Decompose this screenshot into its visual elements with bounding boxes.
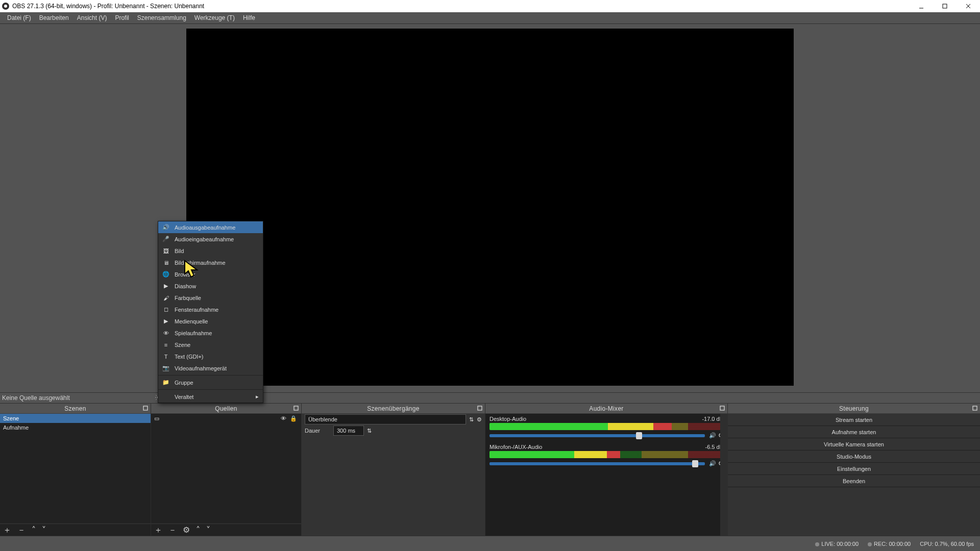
- menu-profil[interactable]: Profil: [111, 12, 133, 23]
- record-status: REC: 00:00:00: [868, 541, 911, 547]
- visibility-icon[interactable]: 👁: [280, 415, 287, 422]
- source-toolbar: Keine Quelle ausgewählt Eigenschaften: [0, 392, 980, 403]
- window-title: OBS 27.1.3 (64-bit, windows) - Profil: U…: [12, 3, 204, 10]
- preview-canvas[interactable]: [186, 29, 794, 386]
- source-remove-button[interactable]: －: [168, 526, 177, 534]
- cpu-fps-status: CPU: 0.7%, 60.00 fps: [920, 541, 974, 547]
- scrollbar[interactable]: [720, 414, 727, 536]
- menu-bar: Datei (F) Bearbeiten Ansicht (V) Profil …: [0, 12, 980, 24]
- channel-name: Mikrofon-/AUX-Audio: [489, 444, 542, 450]
- start-record-button[interactable]: Aufnahme starten: [728, 426, 980, 438]
- sources-list[interactable]: ▭ 👁 🔒: [151, 414, 301, 523]
- image-icon: 🖼: [162, 247, 169, 255]
- mic-icon: 🎤: [162, 236, 169, 243]
- scene-add-button[interactable]: ＋: [3, 526, 11, 534]
- maximize-button[interactable]: [933, 0, 957, 12]
- scene-remove-button[interactable]: －: [17, 526, 26, 534]
- menu-hilfe[interactable]: Hilfe: [239, 12, 259, 23]
- dock-transitions-title: Szenenübergänge: [367, 405, 420, 412]
- menu-datei[interactable]: Datei (F): [3, 12, 35, 23]
- popout-icon[interactable]: [972, 405, 978, 411]
- menu-item-text[interactable]: TText (GDI+): [158, 350, 263, 362]
- audio-meter: [489, 451, 723, 458]
- scenes-list[interactable]: Szene Aufnahme: [0, 414, 151, 523]
- mixer-channel: Mikrofon-/AUX-Audio-6.5 dB 🔊 ⚙: [486, 444, 726, 467]
- channel-name: Desktop-Audio: [489, 416, 526, 422]
- settings-button[interactable]: Einstellungen: [728, 463, 980, 475]
- menu-ansicht[interactable]: Ansicht (V): [73, 12, 111, 23]
- studio-mode-button[interactable]: Studio-Modus: [728, 450, 980, 463]
- menu-werkzeuge[interactable]: Werkzeuge (T): [190, 12, 239, 23]
- volume-slider[interactable]: [489, 434, 705, 437]
- menu-bearbeiten[interactable]: Bearbeiten: [35, 12, 73, 23]
- menu-item-farbquelle[interactable]: 🖌Farbquelle: [158, 292, 263, 304]
- exit-button[interactable]: Beenden: [728, 475, 980, 487]
- chevron-updown-icon[interactable]: ⇅: [469, 416, 474, 423]
- menu-item-bild[interactable]: 🖼Bild: [158, 245, 263, 257]
- source-row[interactable]: ▭ 👁 🔒: [151, 414, 301, 423]
- dock-controls-title: Steuerung: [839, 405, 869, 412]
- source-down-button[interactable]: ˅: [206, 526, 210, 534]
- preview-area: [0, 24, 980, 403]
- scene-item[interactable]: Szene: [0, 414, 151, 423]
- svg-rect-1: [943, 4, 947, 8]
- source-add-button[interactable]: ＋: [154, 526, 162, 534]
- menu-item-fenster[interactable]: ◻Fensteraufnahme: [158, 304, 263, 315]
- camera-icon: 📷: [162, 365, 169, 372]
- popout-icon[interactable]: [293, 405, 299, 411]
- start-vcam-button[interactable]: Virtuelle Kamera starten: [728, 438, 980, 450]
- start-stream-button[interactable]: Stream starten: [728, 414, 980, 426]
- menu-item-spielaufnahme[interactable]: 👁Spielaufnahme: [158, 327, 263, 339]
- menu-item-medienquelle[interactable]: ▶Medienquelle: [158, 315, 263, 327]
- menu-szenensammlung[interactable]: Szenensammlung: [133, 12, 190, 23]
- chevron-updown-icon[interactable]: ⇅: [367, 428, 372, 434]
- dock-controls: Steuerung Stream starten Aufnahme starte…: [727, 403, 980, 536]
- menu-item-szene[interactable]: ≡Szene: [158, 339, 263, 350]
- volume-slider[interactable]: [489, 462, 705, 465]
- svg-rect-5: [143, 406, 148, 410]
- menu-item-videogeraet[interactable]: 📷Videoaufnahmegerät: [158, 362, 263, 374]
- globe-icon: 🌐: [162, 271, 169, 278]
- popout-icon[interactable]: [477, 405, 483, 411]
- dock-transitions: Szenenübergänge Überblende ⇅ ⚙ Dauer 300…: [301, 403, 485, 536]
- no-source-label: Keine Quelle ausgewählt: [2, 394, 70, 402]
- source-up-button[interactable]: ˄: [196, 526, 200, 534]
- popout-icon[interactable]: [719, 405, 725, 411]
- scene-item[interactable]: Aufnahme: [0, 423, 151, 432]
- dock-mixer-title: Audio-Mixer: [589, 405, 623, 412]
- minimize-button[interactable]: [910, 0, 933, 12]
- menu-item-gruppe[interactable]: 📁Gruppe: [158, 377, 263, 388]
- transition-select[interactable]: Überblende: [305, 414, 466, 424]
- svg-rect-6: [294, 406, 298, 410]
- folder-icon: 📁: [162, 379, 169, 386]
- text-icon: T: [162, 353, 169, 360]
- window-icon: ▭: [153, 415, 160, 422]
- scene-down-button[interactable]: ˅: [42, 526, 46, 534]
- eye-icon: 👁: [162, 330, 169, 337]
- lock-icon[interactable]: 🔒: [290, 415, 297, 422]
- close-button[interactable]: [957, 0, 980, 12]
- mute-icon[interactable]: 🔊: [709, 432, 716, 439]
- dock-scenes-title: Szenen: [64, 405, 86, 412]
- menu-item-diashow[interactable]: ▶Diashow: [158, 280, 263, 292]
- window-icon: ◻: [162, 306, 169, 313]
- window-titlebar: OBS 27.1.3 (64-bit, windows) - Profil: U…: [0, 0, 980, 12]
- popout-icon[interactable]: [142, 405, 149, 411]
- monitor-icon: 🖥: [162, 259, 169, 266]
- chevron-right-icon: ▸: [256, 393, 259, 400]
- mute-icon[interactable]: 🔊: [709, 460, 716, 467]
- scene-up-button[interactable]: ˄: [32, 526, 36, 534]
- gear-icon[interactable]: ⚙: [477, 416, 482, 423]
- duration-input[interactable]: 300 ms: [333, 425, 364, 436]
- menu-item-audioeingabe[interactable]: 🎤Audioeingabeaufnahme: [158, 233, 263, 245]
- source-settings-button[interactable]: ⚙: [183, 526, 190, 534]
- menu-item-browser[interactable]: 🌐Browser: [158, 268, 263, 280]
- mixer-channel: Desktop-Audio-17.0 dB 🔊 ⚙: [486, 416, 726, 439]
- svg-rect-9: [973, 406, 977, 410]
- menu-item-veraltet[interactable]: Veraltet▸: [158, 391, 263, 403]
- menu-item-audioausgabe[interactable]: 🔊Audioausgabeaufnahme: [158, 221, 263, 233]
- menu-item-bildschirm[interactable]: 🖥Bildschirmaufnahme: [158, 257, 263, 268]
- dock-sources-title: Quellen: [215, 405, 237, 412]
- play-icon: ▶: [162, 283, 169, 290]
- add-source-menu: 🔊Audioausgabeaufnahme 🎤Audioeingabeaufna…: [158, 221, 263, 403]
